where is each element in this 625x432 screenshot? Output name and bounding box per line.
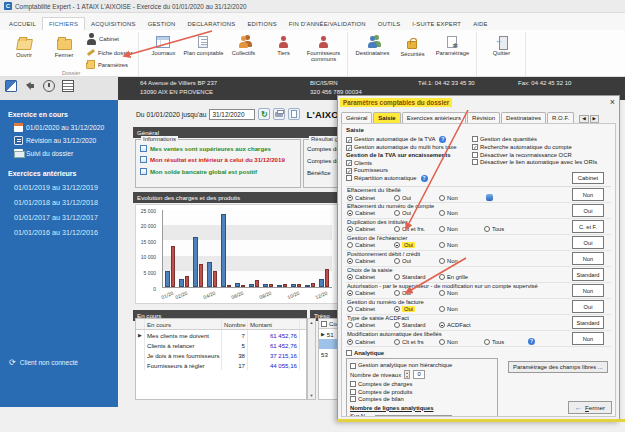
- radio-option-non[interactable]: Non: [439, 338, 484, 345]
- radio-option-non[interactable]: Non: [439, 226, 484, 232]
- analytique-checkbox[interactable]: Analytique: [346, 350, 611, 356]
- share-icon[interactable]: [24, 80, 36, 92]
- refresh-button[interactable]: ↻: [258, 108, 270, 120]
- dialog-checkbox-d-sactiver-le-lien-automatique[interactable]: Désactiver le lien automatique avec les …: [472, 159, 611, 165]
- radio-option-acdfact[interactable]: ACDFact: [439, 322, 484, 328]
- radio-option-cabinet[interactable]: Cabinet: [347, 226, 394, 232]
- dialog-tab-saisie[interactable]: Saisie: [373, 112, 400, 123]
- refresh-icon[interactable]: ⟳: [9, 358, 16, 367]
- radio-option-non[interactable]: Non: [439, 306, 484, 312]
- radio-option-en-grille[interactable]: En grille: [439, 274, 484, 280]
- dialog-checkbox-gestion-automatique-de-la-tva[interactable]: ✓Gestion automatique de la TVA?: [346, 136, 472, 143]
- radio-option-cabinet[interactable]: Cabinet: [347, 290, 394, 296]
- radio-option-clt-et-frs[interactable]: Clt et frs: [394, 338, 439, 345]
- radio-option-cabinet[interactable]: Cabinet: [347, 210, 394, 216]
- dialog-checkbox-clients[interactable]: ✓Clients: [346, 160, 472, 166]
- ribbon-tab-accueil[interactable]: ACCUEIL: [3, 18, 42, 30]
- table-scrollbar[interactable]: ▲▼: [307, 318, 316, 400]
- ribbon-button-destinataires[interactable]: Destinataires: [352, 32, 392, 68]
- ribbon-button-journaux[interactable]: Journaux: [143, 32, 183, 68]
- analytique-checkbox-comptes-de-charges[interactable]: Comptes de charges: [350, 381, 494, 387]
- fermer-button[interactable]: ← Fermer: [568, 401, 612, 414]
- radio-option-clt-et-frs-[interactable]: Clt et frs.: [394, 226, 439, 232]
- sidebar-period-2018[interactable]: 01/01/2018 au 31/12/2018: [14, 198, 116, 207]
- gestion-analytique-checkbox[interactable]: Gestion analytique non hiérarchique: [350, 362, 494, 368]
- ribbon-button-paramètres[interactable]: Paramètres: [86, 60, 132, 69]
- ribbon-tab-fin-d-ann-e-validation[interactable]: FIN D'ANNÉE/VALIDATION: [283, 18, 372, 30]
- table-row[interactable]: ▶Mes clients me doivent761 452,76: [136, 330, 306, 340]
- ribbon-tab-aide[interactable]: AIDE: [467, 18, 494, 30]
- radio-option-non[interactable]: Non: [439, 290, 484, 296]
- table-row[interactable]: Clients à relancer561 452,76: [136, 340, 306, 350]
- export-button[interactable]: [288, 108, 300, 120]
- niveaux-value[interactable]: 0: [413, 370, 425, 379]
- radio-option-non[interactable]: Non: [439, 210, 484, 216]
- sidebar-period-2017[interactable]: 01/01/2017 au 31/12/2017: [14, 213, 116, 222]
- print-button[interactable]: [273, 108, 285, 120]
- niveaux-stepper[interactable]: ▲▼: [404, 370, 410, 379]
- help-icon[interactable]: ?: [421, 175, 428, 182]
- radio-option-cabinet[interactable]: Cabinet: [347, 258, 394, 264]
- analytique-checkbox-comptes-de-produits[interactable]: Comptes de produits: [350, 389, 494, 395]
- analytique-checkbox-comptes-de-bilan[interactable]: Comptes de bilan: [350, 396, 494, 402]
- radio-option-tous[interactable]: Tous: [484, 338, 526, 345]
- radio-option-oui[interactable]: Oui: [394, 258, 439, 264]
- ribbon-button-quitter[interactable]: Quitter: [481, 32, 521, 68]
- help-icon[interactable]: ?: [528, 338, 535, 345]
- radio-option-non[interactable]: Non: [439, 258, 484, 264]
- ribbon-tab-editions[interactable]: EDITIONS: [241, 18, 282, 30]
- ribbon-tab-declarations[interactable]: DECLARATIONS: [182, 18, 242, 30]
- close-icon[interactable]: ×: [610, 96, 615, 108]
- tab-nav-next-icon[interactable]: ▶: [590, 115, 599, 124]
- sidebar-item-r-vision-au-31-12-2020[interactable]: Révision au 31/12/2020: [14, 136, 116, 145]
- ribbon-button-fournisseurs-communs[interactable]: Fournisseurs communs: [303, 32, 343, 68]
- dialog-checkbox-gestion-automatique-du-multi-h[interactable]: ✓Gestion automatique du multi hors taxe: [346, 144, 472, 150]
- dialog-tab-r-o-f-[interactable]: R.O.F.: [547, 112, 574, 123]
- ribbon-tab-acquisitions[interactable]: ACQUISITIONS: [85, 18, 142, 30]
- ribbon-tab-i-suite-expert[interactable]: I-SUITE EXPERT: [406, 18, 467, 30]
- dialog-checkbox-recherche-automatique-du-compt[interactable]: ✓Recherche automatique du compte: [472, 144, 611, 150]
- radio-option-cabinet[interactable]: Cabinet: [347, 322, 394, 328]
- dialog-tab-r-vision[interactable]: Révision: [467, 112, 500, 123]
- radio-option-oui[interactable]: Oui: [394, 210, 439, 216]
- ribbon-tab-outils[interactable]: OUTILS: [372, 18, 406, 30]
- sidebar-item-suivi-du-dossier[interactable]: Suivi du dossier: [14, 149, 116, 158]
- dialog-checkbox-d-sactiver-la-reconnaissance-o[interactable]: Désactiver la reconnaissance OCR: [472, 152, 611, 158]
- dialog-checkbox-r-partition-automatique[interactable]: Répartition automatique?: [346, 175, 472, 182]
- scroll-up-icon[interactable]: ▲: [310, 320, 314, 325]
- radio-option-cabinet[interactable]: Cabinet: [347, 338, 394, 345]
- notes-list-icon[interactable]: [62, 80, 74, 92]
- radio-option-oui[interactable]: Oui: [394, 306, 439, 312]
- afficher-lignes-button[interactable]: Afficher nombre de lignes: [375, 415, 452, 417]
- ribbon-button-tiers[interactable]: Tiers: [263, 32, 303, 68]
- period-end-input[interactable]: 31/12/2020: [209, 109, 255, 120]
- radio-option-standard[interactable]: Standard: [394, 322, 439, 328]
- dialog-checkbox-fournisseurs[interactable]: ✓Fournisseurs: [346, 167, 472, 173]
- ribbon-button-cabinet[interactable]: Cabinet: [86, 33, 132, 45]
- info-blue-icon[interactable]: [486, 194, 493, 201]
- ribbon-button-collectifs[interactable]: Collectifs: [223, 32, 263, 68]
- ribbon-button-ouvrir[interactable]: Ouvrir: [4, 32, 44, 68]
- dialog-tab-destinataires[interactable]: Destinataires: [501, 112, 546, 123]
- ribbon-button-plan-comptable[interactable]: Plan comptable: [183, 32, 223, 68]
- radio-option-standard[interactable]: Standard: [394, 274, 439, 280]
- help-icon[interactable]: ?: [439, 136, 446, 143]
- history-clock-icon[interactable]: [43, 80, 55, 92]
- sidebar-period-2016[interactable]: 01/01/2016 au 31/12/2016: [14, 228, 116, 237]
- sidebar-item-01-01-2020-au-31-12-2020[interactable]: 01/01/2020 au 31/12/2020: [14, 123, 116, 132]
- dossier-icon[interactable]: [5, 80, 17, 92]
- ribbon-button-fermer[interactable]: Fermer: [44, 32, 84, 68]
- tab-nav-prev-icon[interactable]: ◀: [579, 115, 588, 124]
- radio-option-cabinet[interactable]: Cabinet: [347, 194, 394, 201]
- radio-option-non[interactable]: Non: [439, 242, 484, 248]
- radio-option-oui[interactable]: Oui: [394, 242, 439, 248]
- ribbon-button-fiche-dossier[interactable]: Fiche dossier: [86, 48, 132, 57]
- dialog-tab-exercices-ant-rieurs[interactable]: Exercices antérieurs: [402, 112, 466, 123]
- table-row[interactable]: Fournisseurs à régler1744 055,16: [136, 360, 306, 370]
- scroll-down-icon[interactable]: ▼: [310, 393, 314, 398]
- dialog-checkbox-gestion-des-quantit-s[interactable]: Gestion des quantités: [472, 136, 611, 142]
- ribbon-tab-gestion[interactable]: GESTION: [142, 18, 182, 30]
- radio-option-cabinet[interactable]: Cabinet: [347, 242, 394, 248]
- sidebar-period-2019[interactable]: 01/01/2019 au 31/12/2019: [14, 183, 116, 192]
- ribbon-button-paramétrage[interactable]: Paramétrage: [432, 32, 472, 68]
